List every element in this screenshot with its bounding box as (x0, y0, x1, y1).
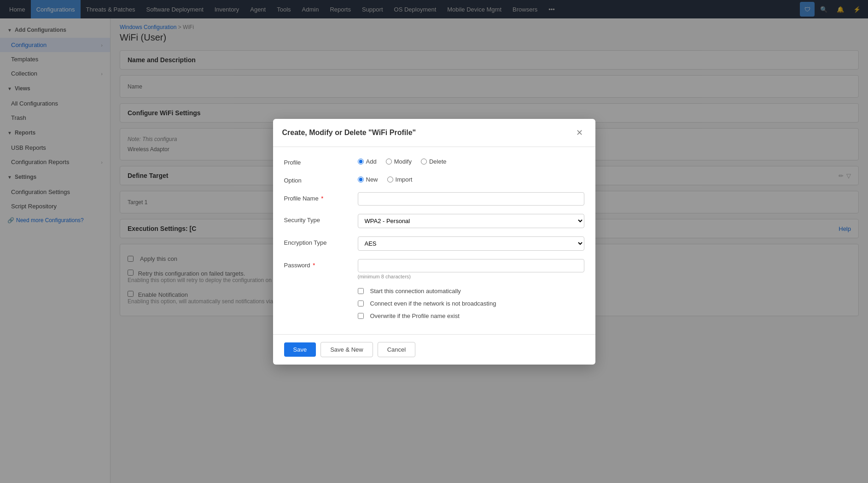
encryption-type-select[interactable]: AES TKIP (358, 236, 584, 251)
option-radio-import[interactable]: Import (387, 176, 413, 183)
profile-radio-add[interactable]: Add (358, 158, 377, 165)
modal-footer: Save Save & New Cancel (273, 334, 595, 365)
option-new-label: New (366, 176, 378, 183)
auto-connect-checkbox[interactable] (358, 288, 364, 294)
encryption-type-label: Encryption Type (284, 236, 358, 246)
password-control: (minimum 8 characters) (358, 259, 584, 279)
option-radio-import-input[interactable] (387, 177, 393, 183)
profile-name-input[interactable] (358, 192, 584, 206)
profile-radio-delete-input[interactable] (421, 159, 427, 165)
no-broadcast-checkbox-row[interactable]: Connect even if the network is not broad… (358, 300, 584, 307)
profile-delete-label: Delete (429, 158, 447, 165)
overwrite-checkbox-row[interactable]: Overwrite if the Profile name exist (358, 312, 584, 319)
encryption-type-control: AES TKIP (358, 236, 584, 251)
profile-modify-label: Modify (394, 158, 412, 165)
overwrite-label: Overwrite if the Profile name exist (370, 312, 460, 319)
no-broadcast-checkbox[interactable] (358, 300, 364, 306)
modal-overlay: Create, Modify or Delete "WiFi Profile" … (0, 0, 868, 483)
password-hint: (minimum 8 characters) (358, 274, 584, 279)
option-radio-group: New Import (358, 174, 584, 183)
profile-name-required: * (320, 195, 324, 202)
auto-connect-label: Start this connection automatically (370, 288, 461, 295)
profile-radio-group: Add Modify Delete (358, 156, 584, 165)
profile-name-control (358, 192, 584, 206)
modal-header: Create, Modify or Delete "WiFi Profile" … (273, 119, 595, 147)
password-label: Password * (284, 259, 358, 269)
cancel-button[interactable]: Cancel (378, 342, 415, 357)
profile-row: Profile Add Modify Delete (284, 156, 584, 166)
password-input[interactable] (358, 259, 584, 272)
profile-radio-add-input[interactable] (358, 159, 364, 165)
modal-body: Profile Add Modify Delete (273, 147, 595, 334)
password-row: Password * (minimum 8 characters) (284, 259, 584, 279)
auto-connect-checkbox-row[interactable]: Start this connection automatically (358, 288, 584, 295)
option-label: Option (284, 174, 358, 184)
overwrite-checkbox[interactable] (358, 313, 364, 319)
modal-title: Create, Modify or Delete "WiFi Profile" (282, 129, 416, 137)
profile-radio-delete[interactable]: Delete (421, 158, 447, 165)
encryption-type-row: Encryption Type AES TKIP (284, 236, 584, 251)
save-button[interactable]: Save (284, 342, 316, 357)
profile-label: Profile (284, 156, 358, 166)
option-import-label: Import (396, 176, 413, 183)
profile-radio-modify[interactable]: Modify (386, 158, 412, 165)
checkbox-group: Start this connection automatically Conn… (358, 288, 584, 319)
profile-name-label: Profile Name * (284, 192, 358, 202)
security-type-select[interactable]: WPA2 - Personal WPA - Personal WPA2 - En… (358, 214, 584, 228)
security-type-label: Security Type (284, 214, 358, 224)
security-type-control: WPA2 - Personal WPA - Personal WPA2 - En… (358, 214, 584, 228)
option-radio-new[interactable]: New (358, 176, 378, 183)
wifi-profile-modal: Create, Modify or Delete "WiFi Profile" … (273, 119, 595, 365)
profile-add-label: Add (366, 158, 377, 165)
modal-close-button[interactable]: ✕ (573, 126, 586, 139)
option-radio-new-input[interactable] (358, 177, 364, 183)
option-row: Option New Import (284, 174, 584, 184)
profile-name-row: Profile Name * (284, 192, 584, 206)
save-new-button[interactable]: Save & New (320, 342, 373, 357)
no-broadcast-label: Connect even if the network is not broad… (370, 300, 496, 307)
password-required: * (311, 262, 315, 269)
security-type-row: Security Type WPA2 - Personal WPA - Pers… (284, 214, 584, 228)
profile-radio-modify-input[interactable] (386, 159, 392, 165)
